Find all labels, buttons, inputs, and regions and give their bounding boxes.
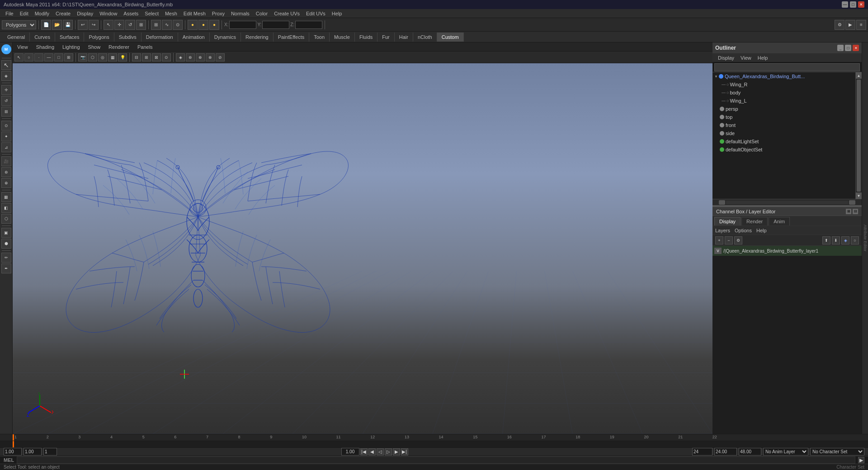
tab-curves[interactable]: Curves <box>30 33 55 42</box>
close-button[interactable]: ✕ <box>858 1 864 8</box>
vp-extra-2[interactable]: ⊛ <box>186 53 195 61</box>
cb-menu-help[interactable]: Help <box>756 228 767 233</box>
cb-tab-display[interactable]: Display <box>714 217 741 226</box>
play-start-input[interactable] <box>24 448 42 456</box>
undo-button[interactable]: ↩ <box>78 20 88 30</box>
vp-menu-panels[interactable]: Panels <box>136 43 155 51</box>
menu-edit-mesh[interactable]: Edit Mesh <box>181 10 208 17</box>
outliner-menu-view[interactable]: View <box>738 54 754 61</box>
vp-menu-show[interactable]: Show <box>86 43 103 51</box>
mel-input[interactable] <box>17 456 855 464</box>
cb-ctrl-2[interactable]: ⊟ <box>853 209 858 214</box>
soft-mod-button[interactable]: ⊙ <box>1 121 11 131</box>
step-back-button[interactable]: ◀ <box>368 448 376 456</box>
scale-button[interactable]: ⊞ <box>1 107 11 117</box>
redo-button[interactable]: ↪ <box>89 20 99 30</box>
mel-submit[interactable]: ▶ <box>858 457 864 463</box>
step-forward-button[interactable]: ▶ <box>393 448 400 456</box>
camera-tools-button[interactable]: 🎥 <box>1 156 11 166</box>
render-region-button[interactable]: ▦ <box>1 192 11 202</box>
light-1-button[interactable]: ● <box>188 20 198 30</box>
menu-modify[interactable]: Modify <box>32 10 52 17</box>
menu-normals[interactable]: Normals <box>228 10 252 17</box>
frame-display[interactable] <box>341 448 359 456</box>
cb-menu-layers[interactable]: Layers <box>715 228 730 233</box>
outliner-hscroll[interactable] <box>712 199 862 205</box>
play-back-button[interactable]: ◁ <box>377 448 384 456</box>
tab-deformation[interactable]: Deformation <box>142 33 178 42</box>
vp-extra-5[interactable]: ⊘ <box>216 53 225 61</box>
artisan-button[interactable]: ✏ <box>1 253 11 263</box>
light-3-button[interactable]: ● <box>209 20 219 30</box>
vp-menu-renderer[interactable]: Renderer <box>107 43 131 51</box>
outliner-item-top[interactable]: top <box>712 113 855 121</box>
outliner-item-front[interactable]: front <box>712 121 855 129</box>
menu-file[interactable]: File <box>3 10 16 17</box>
snap-point-button[interactable]: ⊙ <box>173 20 183 30</box>
minimize-button[interactable]: — <box>842 1 848 8</box>
range-start-2[interactable] <box>739 448 761 456</box>
rotate-tool-button[interactable]: ↺ <box>125 20 135 30</box>
scroll-up-btn[interactable]: ▲ <box>856 72 862 79</box>
keyframe-area[interactable] <box>0 441 868 448</box>
sculpt-button[interactable]: ✦ <box>1 132 11 141</box>
menu-edit-uvs[interactable]: Edit UVs <box>303 10 328 17</box>
cb-tab-render[interactable]: Render <box>741 217 768 226</box>
current-frame-input[interactable] <box>43 448 57 456</box>
outliner-item-body[interactable]: — ○ body <box>712 89 855 97</box>
layer-sort-btn[interactable]: ⬆ <box>822 236 830 244</box>
outliner-search-input[interactable] <box>714 63 860 71</box>
quick-select-button[interactable]: ▣ <box>1 228 11 238</box>
hypershade-button[interactable]: ◧ <box>1 203 11 213</box>
maximize-button[interactable]: □ <box>850 1 856 8</box>
cb-tab-anim[interactable]: Anim <box>769 217 790 226</box>
vp-camera-button[interactable]: 📷 <box>78 53 87 61</box>
tab-fluids[interactable]: Fluids <box>355 33 377 42</box>
new-layer-btn[interactable]: + <box>715 236 723 244</box>
vp-hud-button[interactable]: ⊠ <box>152 53 161 61</box>
vp-edge-button[interactable]: — <box>44 53 53 61</box>
menu-create-uvs[interactable]: Create UVs <box>271 10 302 17</box>
y-input[interactable] <box>262 21 289 29</box>
tab-toon[interactable]: Toon <box>309 33 330 42</box>
move-button[interactable]: ✛ <box>1 85 11 95</box>
tab-hair[interactable]: Hair <box>395 33 413 42</box>
tab-polygons[interactable]: Polygons <box>84 33 114 42</box>
menu-select[interactable]: Select <box>142 10 161 17</box>
layer-select-btn[interactable]: ○ <box>851 236 859 244</box>
render-settings-button[interactable]: ⚙ <box>835 20 844 30</box>
menu-window[interactable]: Window <box>97 10 120 17</box>
uv-editor-button[interactable]: ⬡ <box>1 214 11 224</box>
layer-visible-btn[interactable]: V <box>714 248 722 254</box>
scroll-thumb[interactable] <box>857 80 861 192</box>
outliner-minimize[interactable]: _ <box>837 45 844 51</box>
anim-start-input[interactable] <box>4 448 22 456</box>
layer-color-btn[interactable]: ◈ <box>841 236 849 244</box>
tab-muscle[interactable]: Muscle <box>330 33 355 42</box>
snap-grid-button[interactable]: ⊞ <box>151 20 161 30</box>
anim-end-input[interactable] <box>714 448 737 456</box>
tab-dynamics[interactable]: Dynamics <box>210 33 241 42</box>
cb-menu-options[interactable]: Options <box>735 228 752 233</box>
vp-face-button[interactable]: □ <box>54 53 63 61</box>
menu-assets[interactable]: Assets <box>121 10 141 17</box>
select-mode-button[interactable]: ↖ <box>1 60 11 70</box>
vp-lights-button[interactable]: 💡 <box>118 53 127 61</box>
vp-menu-view[interactable]: View <box>15 43 30 51</box>
vp-smooth-button[interactable]: ◎ <box>98 53 107 61</box>
vp-resolution-button[interactable]: ⊙ <box>162 53 171 61</box>
vp-menu-lighting[interactable]: Lighting <box>61 43 82 51</box>
outliner-item-objectset[interactable]: defaultObjectSet <box>712 146 855 154</box>
scroll-right-btn[interactable] <box>849 200 855 205</box>
x-input[interactable] <box>229 21 256 29</box>
outliner-item-root[interactable]: ▼ Queen_Alexandras_Birdwing_Butt... <box>712 72 855 80</box>
3d-viewport[interactable]: X Y Z <box>13 63 712 434</box>
tab-subdivs[interactable]: Subdivs <box>114 33 142 42</box>
goto-start-button[interactable]: |◀ <box>360 448 368 456</box>
tab-rendering[interactable]: Rendering <box>241 33 274 42</box>
vp-wireframe-button[interactable]: ⬡ <box>88 53 97 61</box>
layer-row-butterfly[interactable]: V /|Queen_Alexandras_Birdwing_Butterfly_… <box>712 246 862 256</box>
open-file-button[interactable]: 📂 <box>52 20 62 30</box>
tab-animation[interactable]: Animation <box>178 33 210 42</box>
rotate-button[interactable]: ↺ <box>1 96 11 106</box>
